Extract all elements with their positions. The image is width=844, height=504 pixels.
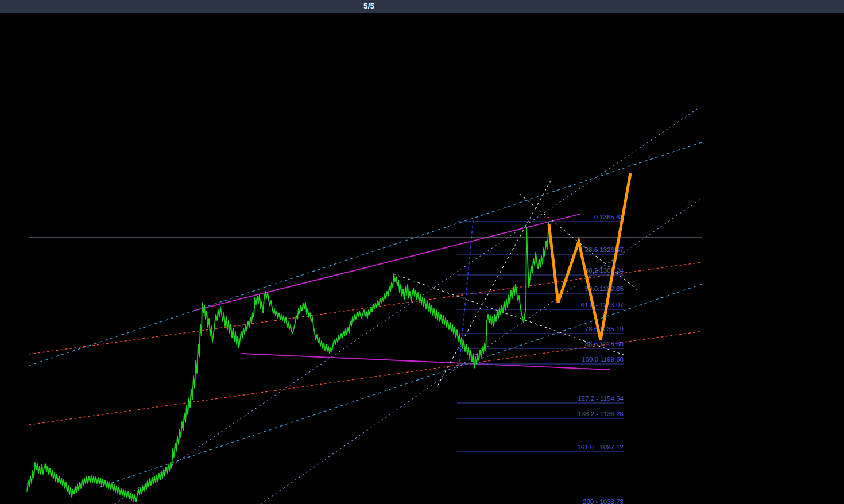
fib-label-38.2[interactable]: 38.2 1302.24 — [585, 267, 624, 274]
fib-label-100.0[interactable]: 100.0 1199.68 — [582, 356, 624, 363]
fib-label-161.8[interactable]: 161.8 - 1097.12 — [577, 444, 624, 451]
fib-label-200[interactable]: 200 - 1033.73 — [583, 498, 624, 504]
page-indicator: 5/5 — [363, 2, 375, 10]
fib-label-61.8[interactable]: 61.8 - 1263.07 — [581, 301, 624, 308]
channel-top-magenta[interactable] — [194, 214, 580, 311]
viewer-header: 5/5 — [0, 0, 844, 13]
cyan-trendline-lower[interactable] — [100, 284, 702, 487]
fib-label-0[interactable]: 0 1365.63 — [594, 214, 624, 220]
fib-label-138.2[interactable]: 138.2 - 1136.28 — [578, 410, 624, 417]
fib-label-127.2[interactable]: 127.2 - 1154.54 — [578, 395, 624, 402]
price-chart[interactable]: 0 1365.6323.6 1326.4738.2 1302.2450.0 12… — [0, 0, 844, 504]
zigzag-projection[interactable] — [549, 173, 630, 340]
fib-label-88.6[interactable]: 88.6 1218.60 — [585, 340, 624, 347]
chart-canvas[interactable]: 0 1365.6323.6 1326.4738.2 1302.2450.0 12… — [0, 0, 844, 504]
channel-bottom-magenta[interactable] — [241, 354, 610, 370]
chart-viewer: 0 1365.6323.6 1326.4738.2 1302.2450.0 12… — [0, 0, 844, 504]
